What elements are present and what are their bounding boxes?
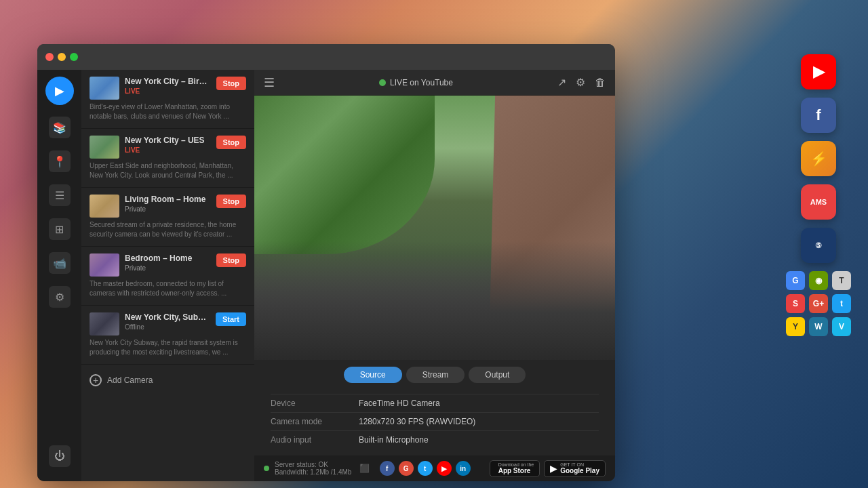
camera-item[interactable]: Bedroom – Home Private Stop The master b… xyxy=(81,247,254,306)
add-icon: + xyxy=(90,374,102,386)
google-social-icon[interactable]: G xyxy=(399,461,414,476)
youtube-dock-icon[interactable]: ▶ xyxy=(801,54,836,89)
s5-label: ⑤ xyxy=(815,241,822,250)
app-store-badge[interactable]: Download on the App Store xyxy=(490,460,540,477)
tab-output[interactable]: Output xyxy=(469,367,526,383)
delete-icon[interactable]: 🗑 xyxy=(595,77,606,89)
bandwidth-icon: ⬛ xyxy=(359,464,370,473)
camera-description: Bird's-eye view of Lower Manhattan, zoom… xyxy=(90,102,246,121)
mini-s-icon[interactable]: S xyxy=(786,294,805,313)
right-dock: ▶ f ⚡ AMS ⑤ G ◉ T S G+ t Y W V xyxy=(781,54,856,336)
facebook-social-icon[interactable]: f xyxy=(380,461,395,476)
main-content: ☰ LIVE on YouTube ↗ ⚙ 🗑 xyxy=(254,70,615,481)
sidebar-item-home[interactable]: ▶ xyxy=(37,77,81,110)
s5-dock-icon[interactable]: ⑤ xyxy=(801,228,836,263)
sidebar-item-video[interactable]: 📹 xyxy=(37,246,81,280)
power-icon: ⏻ xyxy=(49,445,71,467)
bandwidth-text: Bandwidth: 1.2Mb /1.4Mb xyxy=(275,468,351,476)
camera-name: Bedroom – Home xyxy=(125,253,211,263)
twitter-social-icon[interactable]: t xyxy=(418,461,433,476)
server-status-text: Server status: OK xyxy=(275,461,351,468)
sidebar-item-library[interactable]: 📚 xyxy=(37,110,81,144)
ams-dock-icon[interactable]: AMS xyxy=(801,184,836,220)
mini-google-icon[interactable]: G xyxy=(786,271,805,290)
app-store-small: Download on the xyxy=(498,462,534,467)
camera-name: New York City – UES xyxy=(125,136,211,145)
stop-button[interactable]: Stop xyxy=(216,195,246,208)
bottom-section: Source Stream Output Device FaceTime HD … xyxy=(254,360,615,455)
camera-description: New York City Subway, the rapid transit … xyxy=(90,338,246,357)
live-label: LIVE on YouTube xyxy=(390,78,453,87)
share-icon[interactable]: ↗ xyxy=(557,76,566,89)
mini-twitter-icon[interactable]: t xyxy=(832,294,851,313)
camera-info: Bedroom – Home Private xyxy=(125,253,211,272)
minimize-button[interactable] xyxy=(58,53,66,61)
store-badges: Download on the App Store ▶ GET IT ON Go… xyxy=(490,460,606,477)
camera-info: New York City, Subway Offline xyxy=(125,312,210,331)
maximize-button[interactable] xyxy=(70,53,78,61)
tab-stream[interactable]: Stream xyxy=(406,367,465,383)
sidebar-item-list[interactable]: ☰ xyxy=(37,178,81,212)
camera-item[interactable]: New York City, Subway Offline Start New … xyxy=(81,306,254,365)
top-bar: ☰ LIVE on YouTube ↗ ⚙ 🗑 xyxy=(254,70,615,96)
server-info: Server status: OK Bandwidth: 1.2Mb /1.4M… xyxy=(275,461,351,476)
title-bar xyxy=(37,44,615,70)
sidebar-item-location[interactable]: 📍 xyxy=(37,144,81,178)
social-icons: f G t ▶ in xyxy=(380,461,471,476)
linkedin-social-icon[interactable]: in xyxy=(456,461,471,476)
google-play-name: Google Play xyxy=(560,467,599,475)
camera-thumbnail xyxy=(90,195,119,218)
camera-status: Private xyxy=(125,205,211,213)
footer: Server status: OK Bandwidth: 1.2Mb /1.4M… xyxy=(254,455,615,481)
mini-gr-icon[interactable]: ◉ xyxy=(809,271,828,290)
sidebar-item-grid[interactable]: ⊞ xyxy=(37,212,81,246)
stop-button[interactable]: Stop xyxy=(216,77,246,90)
settings-icon[interactable]: ⚙ xyxy=(576,76,585,89)
device-info: Device FaceTime HD Camera Camera mode 12… xyxy=(254,388,615,455)
camera-name: New York City, Subway xyxy=(125,312,210,322)
camera-item[interactable]: Living Room – Home Private Stop Secured … xyxy=(81,188,254,247)
start-button[interactable]: Start xyxy=(216,312,246,326)
google-play-badge[interactable]: ▶ GET IT ON Google Play xyxy=(544,460,606,477)
menu-icon[interactable]: ☰ xyxy=(264,75,275,90)
traffic-lights xyxy=(45,53,78,61)
mini-y-icon[interactable]: Y xyxy=(786,317,805,336)
camera-list: New York City – Birds Eye LIVE Stop Bird… xyxy=(81,70,254,481)
library-icon: 📚 xyxy=(49,117,71,138)
google-play-small: GET IT ON xyxy=(560,462,599,467)
camera-item[interactable]: New York City – Birds Eye LIVE Stop Bird… xyxy=(81,70,254,129)
app-logo: ▶ xyxy=(45,77,74,105)
list-icon: ☰ xyxy=(49,184,71,206)
camera-info: New York City – UES LIVE xyxy=(125,136,211,154)
camera-mode-label: Camera mode xyxy=(271,417,359,426)
top-bar-actions: ↗ ⚙ 🗑 xyxy=(557,76,606,89)
camera-description: Secured stream of a private residence, t… xyxy=(90,220,246,239)
app-store-text: Download on the App Store xyxy=(498,462,534,475)
lightning-dock-icon[interactable]: ⚡ xyxy=(801,141,836,176)
add-camera-button[interactable]: + Add Camera xyxy=(81,365,254,396)
device-label: Device xyxy=(271,399,359,408)
tab-bar: Source Stream Output xyxy=(254,360,615,388)
mini-tumblr-icon[interactable]: T xyxy=(832,271,851,290)
mini-googleplus-icon[interactable]: G+ xyxy=(809,294,828,313)
camera-info: Living Room – Home Private xyxy=(125,195,211,213)
mini-vimeo-icon[interactable]: V xyxy=(832,317,851,336)
youtube-social-icon[interactable]: ▶ xyxy=(437,461,452,476)
camera-thumbnail xyxy=(90,77,119,100)
stop-button[interactable]: Stop xyxy=(216,253,246,267)
facebook-dock-icon[interactable]: f xyxy=(801,98,836,133)
camera-mode-value: 868x488 30 FPS (RAWVIDEO) xyxy=(359,417,475,426)
mini-wordpress-icon[interactable]: W xyxy=(809,317,828,336)
settings-icon: ⚙ xyxy=(49,286,71,308)
sidebar-item-power[interactable]: ⏻ xyxy=(49,439,71,473)
stop-button[interactable]: Stop xyxy=(216,136,246,149)
close-button[interactable] xyxy=(45,53,54,61)
camera-item[interactable]: New York City – UES LIVE Stop Upper East… xyxy=(81,129,254,188)
device-value: FaceTime HD Camera xyxy=(359,399,440,408)
tab-source[interactable]: Source xyxy=(344,367,402,383)
camera-mode-row: Camera mode 868x488 30 FPS (RAWVIDEO) xyxy=(271,412,599,430)
audio-input-row: Audio input Built-in Microphone xyxy=(271,430,599,449)
sidebar-item-settings[interactable]: ⚙ xyxy=(37,280,81,314)
sidebar-icons: ▶ 📚 📍 ☰ ⊞ 📹 ⚙ ⏻ xyxy=(37,70,81,481)
live-indicator: LIVE on YouTube xyxy=(379,78,453,87)
